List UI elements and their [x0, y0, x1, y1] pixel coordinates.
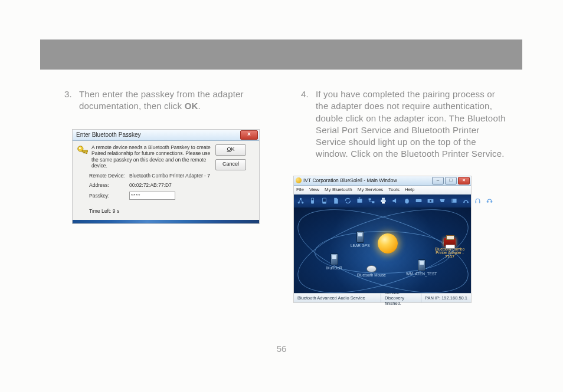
sync-icon[interactable]	[344, 197, 352, 205]
device-bluetooth-mouse[interactable]: Bluetooth Mouse	[357, 265, 386, 278]
bluesoleil-menubar: File View My Bluetooth My Services Tools…	[294, 186, 471, 195]
lan-icon[interactable]	[368, 197, 375, 205]
svg-rect-11	[323, 198, 326, 202]
ok-button[interactable]: OK	[215, 144, 246, 156]
svg-point-25	[467, 202, 469, 203]
menu-help[interactable]: Help	[405, 187, 414, 192]
local-device-sun-icon[interactable]	[378, 233, 398, 253]
svg-point-18	[405, 199, 409, 203]
bluesoleil-statusbar: Bluetooth Advanced Audio Service Service…	[294, 293, 471, 302]
a2dp-icon[interactable]	[486, 197, 493, 205]
network-icon[interactable]	[297, 197, 305, 205]
passkey-input[interactable]: ****	[129, 192, 175, 200]
step-3: 3. Then enter the passkey from the adapt…	[57, 88, 264, 113]
dialog-close-button[interactable]: ×	[240, 130, 258, 140]
headset-icon[interactable]	[474, 197, 482, 205]
dialog-message: A remote device needs a Bluetooth Passke…	[91, 144, 212, 170]
push-icon[interactable]	[356, 197, 364, 205]
menu-myservices[interactable]: My Services	[358, 187, 384, 192]
svg-point-21	[430, 200, 431, 202]
svg-rect-23	[451, 199, 453, 203]
dialog-title: Enter Bluetooth Passkey	[76, 131, 141, 138]
svg-point-28	[487, 201, 489, 203]
svg-rect-12	[357, 199, 362, 203]
svg-rect-27	[479, 201, 480, 203]
menu-file[interactable]: File	[296, 187, 304, 192]
menu-view[interactable]: View	[309, 187, 319, 192]
step-4: 4. If you have completed the pairing pro…	[293, 88, 510, 160]
phone-icon	[330, 253, 338, 265]
bluesoleil-app-icon	[296, 177, 302, 183]
bluesoleil-service-toolbar	[294, 195, 471, 207]
pda-icon[interactable]	[320, 197, 328, 205]
bluesoleil-device-view: LEAR GPS MuRDeR Bluetooth Mouse WM_ATEN_…	[294, 207, 471, 293]
step-text: If you have completed the pairing proces…	[316, 88, 510, 160]
printer-icon	[444, 238, 456, 246]
svg-point-29	[490, 201, 492, 203]
close-button[interactable]: ×	[458, 177, 470, 185]
passkey-label: Passkey:	[76, 193, 129, 199]
menu-tools[interactable]: Tools	[388, 187, 400, 192]
svg-point-24	[463, 202, 464, 203]
device-lear-gps[interactable]: LEAR GPS	[351, 231, 370, 248]
bluesoleil-titlebar: IVT Corporation BlueSoleil - Main Window…	[294, 176, 471, 186]
serial-icon[interactable]	[438, 197, 446, 205]
maximize-button[interactable]: □	[445, 177, 457, 185]
page-number: 56	[0, 344, 563, 354]
audio-icon[interactable]	[391, 197, 399, 205]
mouse-icon	[366, 265, 377, 272]
svg-rect-3	[84, 151, 85, 153]
cancel-button[interactable]: Cancel	[215, 159, 246, 170]
phone-icon	[418, 259, 425, 271]
address-value: 00:02:72:AB:77:D7	[129, 182, 212, 188]
svg-rect-19	[416, 199, 422, 202]
step-text: Then enter the passkey from the adapter …	[79, 88, 264, 113]
address-label: Address:	[76, 182, 129, 188]
menu-mybluetooth[interactable]: My Bluetooth	[325, 187, 352, 192]
svg-rect-16	[382, 198, 385, 200]
svg-rect-15	[381, 200, 385, 202]
mouse-icon[interactable]	[403, 197, 411, 205]
key-icon	[76, 144, 89, 157]
svg-rect-2	[86, 151, 87, 153]
svg-rect-26	[475, 201, 476, 203]
phone-icon[interactable]	[309, 197, 316, 205]
status-mid: Service Discovery finished.	[381, 294, 421, 302]
svg-rect-13	[369, 198, 371, 200]
dialog-titlebar: Enter Bluetooth Passkey ×	[73, 130, 259, 141]
fax-icon[interactable]	[450, 197, 458, 205]
status-left: Bluetooth Advanced Audio Service	[294, 294, 381, 302]
camera-icon[interactable]	[427, 197, 434, 205]
time-left: Time Left: 9 s	[76, 208, 212, 214]
device-printer-adapter[interactable]: Bluetooth Combo Printer Adapter - 77D7	[432, 238, 467, 259]
bluesoleil-window-figure: IVT Corporation BlueSoleil - Main Window…	[293, 176, 472, 303]
svg-point-4	[79, 147, 81, 149]
step-number: 4.	[293, 88, 316, 160]
step-number: 3.	[57, 88, 79, 113]
device-murder[interactable]: MuRDeR	[326, 253, 342, 271]
keyboard-icon[interactable]	[415, 197, 423, 205]
file-icon[interactable]	[332, 197, 340, 205]
dialup-icon[interactable]	[462, 197, 470, 205]
page-header-bar	[40, 39, 522, 70]
phone-icon	[356, 231, 364, 243]
device-wm-aten-test[interactable]: WM_ATEN_TEST	[406, 259, 437, 276]
dialog-bottom-edge	[73, 220, 259, 223]
remote-device-value: Bluetooth Combo Printer Adapter - 7	[129, 173, 212, 179]
svg-rect-9	[312, 198, 313, 200]
printer-icon[interactable]	[379, 197, 387, 205]
svg-rect-17	[382, 202, 385, 203]
status-right: PAN IP: 192.168.50.1	[421, 294, 471, 302]
remote-device-label: Remote Device:	[76, 173, 129, 179]
bluesoleil-title: IVT Corporation BlueSoleil - Main Window	[303, 177, 397, 183]
passkey-dialog-figure: Enter Bluetooth Passkey × A remote devic…	[72, 129, 260, 225]
minimize-button[interactable]: –	[432, 177, 444, 185]
